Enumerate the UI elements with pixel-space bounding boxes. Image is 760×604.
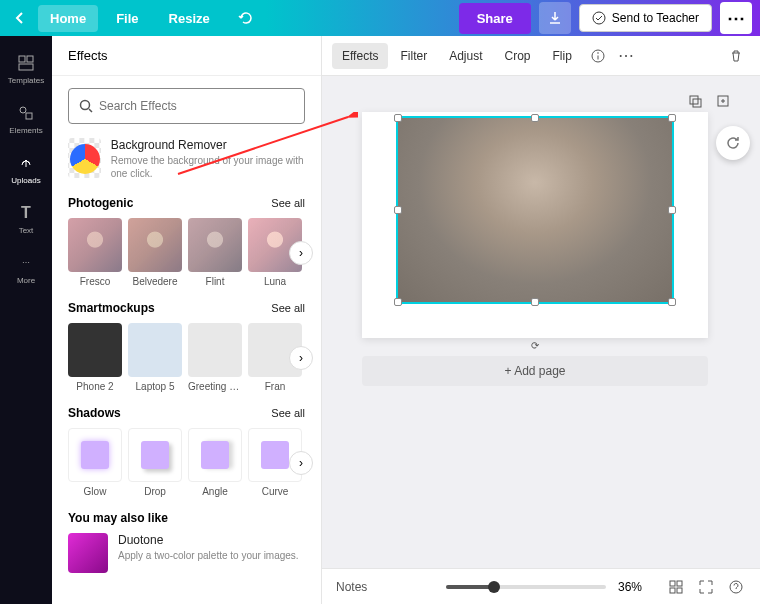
youmay-title: You may also like <box>68 511 168 525</box>
sidebar-elements[interactable]: Elements <box>0 96 52 142</box>
section-you-may-like: You may also like Duotone Apply a two-co… <box>68 511 305 573</box>
mockup-laptop5[interactable]: Laptop 5 <box>128 323 182 392</box>
shadows-scroll-right[interactable]: › <box>289 451 313 475</box>
effects-panel: Effects Background Remover Remove the ba… <box>52 36 322 604</box>
svg-point-9 <box>597 52 599 54</box>
toolbar-more[interactable]: ⋯ <box>612 42 640 70</box>
text-icon: T <box>17 204 35 222</box>
uploads-icon <box>18 155 34 171</box>
duplicate-icon <box>688 94 702 108</box>
add-page-button-small[interactable] <box>712 90 734 112</box>
zoom-slider-thumb[interactable] <box>488 581 500 593</box>
zoom-slider[interactable] <box>446 585 606 589</box>
section-photogenic: Photogenic See all Fresco Belvedere Flin… <box>68 196 305 287</box>
chevron-left-icon <box>14 12 26 24</box>
selected-image[interactable] <box>396 116 674 304</box>
duplicate-page-button[interactable] <box>684 90 706 112</box>
svg-rect-1 <box>19 56 25 62</box>
canvas-area: Effects Filter Adjust Crop Flip ⋯ <box>322 36 760 604</box>
effect-fresco[interactable]: Fresco <box>68 218 122 287</box>
send-teacher-label: Send to Teacher <box>612 11 699 25</box>
section-shadows: Shadows See all Glow Drop Angle Curve › <box>68 406 305 497</box>
resize-handle-r[interactable] <box>668 206 676 214</box>
image-content <box>398 118 672 302</box>
nav-file[interactable]: File <box>104 5 150 32</box>
sidebar-uploads[interactable]: Uploads <box>0 146 52 192</box>
mockup-greeting-card[interactable]: Greeting car... <box>188 323 242 392</box>
download-button[interactable] <box>539 2 571 34</box>
sidebar-more[interactable]: ⋯ More <box>0 246 52 292</box>
sidebar-text[interactable]: T Text <box>0 196 52 242</box>
grid-icon <box>669 580 683 594</box>
shadow-angle[interactable]: Angle <box>188 428 242 497</box>
shadows-see-all[interactable]: See all <box>271 407 305 419</box>
send-to-teacher-button[interactable]: Send to Teacher <box>579 4 712 32</box>
resize-handle-l[interactable] <box>394 206 402 214</box>
photogenic-scroll-right[interactable]: › <box>289 241 313 265</box>
svg-rect-11 <box>693 99 701 107</box>
svg-rect-15 <box>670 588 675 593</box>
effect-flint[interactable]: Flint <box>188 218 242 287</box>
back-button[interactable] <box>8 6 32 30</box>
search-box[interactable] <box>68 88 305 124</box>
toolbar-filter[interactable]: Filter <box>390 43 437 69</box>
search-input[interactable] <box>99 99 294 113</box>
toolbar-adjust[interactable]: Adjust <box>439 43 492 69</box>
resize-handle-bl[interactable] <box>394 298 402 306</box>
resize-handle-br[interactable] <box>668 298 676 306</box>
toolbar-crop[interactable]: Crop <box>495 43 541 69</box>
duotone-item[interactable]: Duotone Apply a two-color palette to you… <box>68 533 305 573</box>
search-icon <box>79 99 93 113</box>
duotone-desc: Apply a two-color palette to your images… <box>118 549 299 562</box>
resize-handle-t[interactable] <box>531 114 539 122</box>
toolbar-effects[interactable]: Effects <box>332 43 388 69</box>
effect-belvedere[interactable]: Belvedere <box>128 218 182 287</box>
rotate-icon: ⟳ <box>531 340 539 351</box>
toolbar-info[interactable] <box>584 42 612 70</box>
undo-button[interactable] <box>232 4 260 32</box>
shadow-glow[interactable]: Glow <box>68 428 122 497</box>
resize-handle-tl[interactable] <box>394 114 402 122</box>
grid-view-button[interactable] <box>666 577 686 597</box>
resize-handle-b[interactable] <box>531 298 539 306</box>
smartmockups-scroll-right[interactable]: › <box>289 346 313 370</box>
resize-handle-tr[interactable] <box>668 114 676 122</box>
download-icon <box>548 11 562 25</box>
add-page-button[interactable]: ⟳ + Add page <box>362 356 708 386</box>
zoom-value[interactable]: 36% <box>618 580 642 594</box>
toolbar-flip[interactable]: Flip <box>543 43 582 69</box>
smartmockups-see-all[interactable]: See all <box>271 302 305 314</box>
shadow-drop[interactable]: Drop <box>128 428 182 497</box>
status-bar: Notes 36% <box>322 568 760 604</box>
photogenic-see-all[interactable]: See all <box>271 197 305 209</box>
photogenic-title: Photogenic <box>68 196 133 210</box>
templates-icon <box>18 55 34 71</box>
share-button[interactable]: Share <box>459 3 531 34</box>
elements-icon <box>18 105 34 121</box>
left-sidebar: Templates Elements Uploads T Text ⋯ More <box>0 36 52 604</box>
help-button[interactable] <box>726 577 746 597</box>
fullscreen-button[interactable] <box>696 577 716 597</box>
svg-point-6 <box>81 101 90 110</box>
top-bar: Home File Resize Share Send to Teacher ⋯ <box>0 0 760 36</box>
svg-rect-10 <box>690 96 698 104</box>
info-icon <box>591 49 605 63</box>
panel-title: Effects <box>52 36 321 76</box>
duotone-title: Duotone <box>118 533 299 547</box>
mockup-phone2[interactable]: Phone 2 <box>68 323 122 392</box>
background-remover-item[interactable]: Background Remover Remove the background… <box>68 138 305 180</box>
refresh-icon <box>725 135 741 151</box>
notes-button[interactable]: Notes <box>336 580 367 594</box>
fullscreen-icon <box>699 580 713 594</box>
toolbar-delete[interactable] <box>722 42 750 70</box>
canvas-viewport[interactable]: ⟳ + Add page <box>322 76 760 568</box>
sidebar-templates[interactable]: Templates <box>0 46 52 92</box>
svg-rect-3 <box>19 64 33 70</box>
trash-icon <box>729 49 743 63</box>
svg-rect-16 <box>677 588 682 593</box>
refresh-button[interactable] <box>716 126 750 160</box>
context-toolbar: Effects Filter Adjust Crop Flip ⋯ <box>322 36 760 76</box>
nav-resize[interactable]: Resize <box>157 5 222 32</box>
more-menu-button[interactable]: ⋯ <box>720 2 752 34</box>
nav-home[interactable]: Home <box>38 5 98 32</box>
